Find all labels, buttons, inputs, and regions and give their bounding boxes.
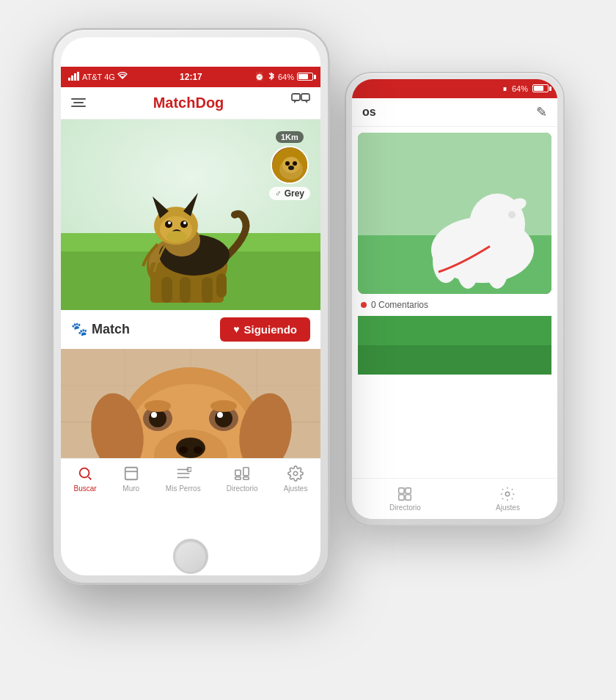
svg-rect-12: [399, 487, 404, 493]
dog-name-label: Grey: [285, 188, 304, 199]
back-thumb-image: [358, 316, 551, 375]
svg-point-63: [179, 446, 188, 454]
svg-rect-85: [243, 476, 249, 479]
paw-icon: 🐾: [71, 321, 87, 337]
svg-point-70: [217, 412, 223, 418]
messages-button[interactable]: [291, 93, 310, 112]
svg-point-7: [433, 239, 459, 283]
nav-ajustes[interactable]: Ajustes: [284, 465, 308, 493]
svg-point-68: [215, 410, 232, 427]
filter-line-1: [71, 98, 86, 100]
svg-rect-32: [216, 273, 227, 298]
match-text: Match: [92, 322, 130, 337]
distance-badge-1: 1Km ♂: [269, 131, 310, 200]
app-title: MatchDog: [153, 95, 224, 111]
phone-screen: AT&T 4G 12:17 ⏰: [61, 67, 320, 517]
back-battery-text: 64%: [512, 84, 528, 93]
svg-point-9: [486, 248, 508, 289]
bluetooth-icon: [268, 71, 275, 83]
phone-front: AT&T 4G 12:17 ⏰: [51, 28, 330, 585]
distance-label-1: 1Km: [276, 131, 304, 143]
back-battery-icon: [532, 84, 549, 92]
app-header: MatchDog: [61, 87, 320, 119]
dog-avatar-1: [271, 146, 309, 184]
search-icon: [76, 465, 94, 482]
svg-point-72: [210, 400, 237, 412]
nav-directorio-label: Directorio: [227, 485, 258, 493]
match-button[interactable]: 🐾 Match: [71, 321, 130, 337]
nav-buscar-label: Buscar: [74, 485, 97, 493]
svg-point-6: [508, 211, 516, 218]
carrier-text: AT&T 4G: [82, 73, 115, 81]
svg-rect-22: [301, 94, 309, 100]
dog-name-badge: ♂ Grey: [269, 187, 310, 200]
status-left: AT&T 4G: [68, 72, 128, 82]
phone-back: ∎ 64% os ✎: [345, 72, 565, 526]
svg-point-42: [183, 221, 186, 224]
svg-rect-19: [74, 73, 76, 81]
status-time: 12:17: [180, 72, 202, 82]
filter-line-2: [73, 102, 84, 103]
nav-muro-label: Muro: [122, 485, 139, 493]
svg-rect-20: [77, 72, 79, 81]
svg-point-47: [282, 157, 300, 173]
status-bar: AT&T 4G 12:17 ⏰: [61, 67, 320, 87]
directorio-icon: [233, 465, 251, 482]
svg-point-49: [293, 161, 297, 166]
nav-ajustes-label: Ajustes: [284, 485, 308, 493]
dog-photo-1: 1Km ♂: [61, 119, 320, 310]
svg-rect-11: [358, 316, 551, 345]
action-row: 🐾 Match ♥ Siguiendo: [61, 310, 320, 349]
nav-buscar[interactable]: Buscar: [74, 465, 97, 493]
back-comments: 0 Comentarios: [358, 294, 551, 316]
svg-rect-14: [406, 487, 411, 493]
back-edit-icon[interactable]: ✎: [536, 104, 547, 120]
svg-rect-30: [180, 277, 191, 303]
back-nav-ajustes[interactable]: Ajustes: [496, 486, 520, 512]
back-nav-directorio[interactable]: Directorio: [389, 486, 421, 512]
filter-button[interactable]: [71, 98, 86, 107]
following-button[interactable]: ♥ Siguiendo: [220, 317, 310, 342]
svg-point-50: [288, 166, 294, 170]
svg-rect-83: [235, 476, 241, 479]
svg-point-75: [80, 468, 89, 477]
svg-rect-31: [202, 277, 213, 303]
svg-rect-13: [399, 494, 404, 499]
svg-rect-76: [125, 467, 138, 479]
muro-icon: [122, 465, 140, 482]
back-title: os: [362, 106, 376, 119]
svg-point-16: [506, 492, 510, 496]
svg-rect-15: [406, 494, 411, 499]
bottom-nav: Buscar Muro: [61, 458, 320, 517]
heart-icon: ♥: [233, 323, 239, 335]
alarm-icon: ⏰: [254, 72, 265, 81]
app-title-match: Match: [153, 95, 196, 111]
back-header: os ✎: [352, 98, 557, 127]
svg-rect-84: [243, 467, 249, 475]
gender-icon: ♂: [275, 188, 282, 199]
svg-rect-82: [235, 470, 241, 475]
back-status-bar: ∎ 64%: [352, 79, 557, 98]
svg-rect-29: [161, 277, 172, 303]
back-comment-text: 0 Comentarios: [371, 300, 428, 310]
nav-mis-perros[interactable]: Mis Perros: [166, 465, 201, 493]
nav-muro[interactable]: Muro: [122, 465, 140, 493]
svg-point-71: [144, 400, 171, 412]
battery-pct-text: 64%: [278, 73, 294, 81]
back-dog-image: [358, 133, 551, 294]
scene: ∎ 64% os ✎: [51, 28, 565, 673]
svg-point-44: [166, 231, 187, 243]
back-nav-directorio-label: Directorio: [389, 504, 421, 512]
ajustes-icon: [287, 465, 304, 482]
home-button[interactable]: [173, 539, 208, 574]
svg-point-64: [194, 446, 202, 454]
status-right: ⏰ 64%: [254, 71, 313, 83]
svg-rect-18: [71, 75, 73, 81]
mis-perros-icon: [175, 465, 192, 482]
nav-directorio[interactable]: Directorio: [227, 465, 258, 493]
signal-bars: [68, 72, 80, 82]
svg-point-69: [151, 412, 157, 418]
svg-rect-21: [292, 94, 300, 100]
svg-point-48: [285, 161, 290, 166]
svg-point-41: [168, 221, 171, 224]
